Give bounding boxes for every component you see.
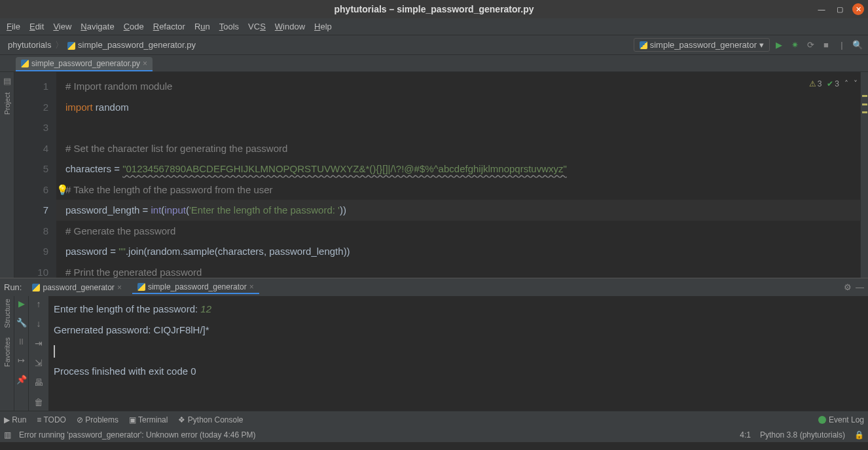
stop-icon[interactable]: ⏸	[17, 337, 26, 347]
left-gutter: ▤ Project	[0, 72, 14, 278]
tool-window-icon[interactable]: ▥	[4, 430, 11, 440]
menu-navigate[interactable]: Navigate	[77, 20, 118, 33]
structure-tool-label[interactable]: Structure	[3, 296, 11, 331]
menu-view[interactable]: View	[49, 20, 75, 33]
down-icon[interactable]: ↓	[37, 318, 41, 329]
chevron-down-icon: ▾	[759, 40, 764, 50]
run-side-toolbar: ▶ 🔧 ⏸ ↦ 📌	[14, 296, 29, 411]
rerun-icon[interactable]: ▶	[18, 299, 25, 309]
status-message: Error running 'password_generator': Unkn…	[19, 430, 255, 440]
todo-tool-button[interactable]: ≡ TODO	[37, 415, 66, 424]
debug-button[interactable]: ✷	[788, 39, 801, 52]
problems-tool-button[interactable]: ⊘ Problems	[77, 415, 118, 424]
chevron-down-icon[interactable]: ˅	[854, 76, 858, 92]
menu-help[interactable]: Help	[310, 20, 336, 33]
close-icon[interactable]: ✕	[852, 3, 864, 15]
stop-button[interactable]: ■	[820, 39, 833, 52]
breadcrumb-sep: 〉	[55, 39, 63, 51]
chevron-up-icon[interactable]: ˄	[844, 76, 848, 92]
python-icon	[137, 283, 145, 291]
checks-count[interactable]: 3	[827, 76, 839, 92]
project-tool-label[interactable]: Project	[3, 90, 11, 117]
menu-refactor[interactable]: Refactor	[149, 20, 189, 33]
breadcrumb-file[interactable]: simple_password_generator.py	[63, 39, 200, 51]
minimize-tool-icon[interactable]: —	[856, 282, 864, 292]
console-output[interactable]: Enter the length of the password: 12 Ger…	[48, 296, 868, 411]
left-gutter-2: Structure Favorites	[0, 296, 14, 411]
search-icon[interactable]: 🔍	[851, 39, 864, 52]
close-tab-icon[interactable]: ×	[143, 59, 147, 68]
editor-tabs: simple_password_generator.py ×	[0, 55, 868, 72]
print-icon[interactable]: 🖶	[34, 377, 43, 388]
run-tool-label: Run:	[4, 282, 22, 292]
interpreter[interactable]: Python 3.8 (phytutorials)	[760, 430, 845, 440]
run-tab[interactable]: password_generator ×	[27, 282, 126, 293]
nav-bar: phytutorials 〉 simple_password_generator…	[0, 35, 868, 55]
lock-icon[interactable]: 🔒	[854, 430, 864, 440]
terminal-tool-button[interactable]: ▣ Terminal	[129, 415, 168, 424]
line-gutter: 12345678910	[14, 72, 56, 278]
divider: |	[835, 39, 848, 52]
menu-bar: File Edit View Navigate Code Refactor Ru…	[0, 18, 868, 35]
python-icon	[67, 42, 75, 50]
gear-icon[interactable]: ⚙	[844, 282, 852, 292]
warnings-count[interactable]: 3	[809, 76, 822, 92]
run-tool-button[interactable]: ▶ Run	[4, 415, 26, 424]
wrap-icon[interactable]: ⇥	[35, 338, 43, 348]
menu-edit[interactable]: Edit	[26, 20, 48, 33]
close-tab-icon[interactable]: ×	[117, 283, 122, 292]
menu-tools[interactable]: Tools	[215, 20, 243, 33]
run-side-toolbar-2: ↑ ↓ ⇥ ⇲ 🖶 🗑	[29, 296, 48, 411]
window-title: phytutorials – simple_password_generator…	[0, 4, 868, 14]
up-icon[interactable]: ↑	[37, 299, 41, 309]
intention-bulb-icon[interactable]: 💡	[56, 179, 69, 200]
pin-icon[interactable]: 📌	[16, 375, 27, 384]
exit-icon[interactable]: ↦	[18, 356, 25, 366]
inspections-widget[interactable]: 3 3 ˄ ˅	[809, 76, 858, 92]
maximize-icon[interactable]: ▢	[834, 3, 846, 15]
scroll-icon[interactable]: ⇲	[35, 358, 43, 368]
code-editor[interactable]: 12345678910 3 3 ˄ ˅ # Import random modu…	[14, 72, 868, 278]
editor-scrollbar[interactable]	[860, 72, 868, 278]
menu-file[interactable]: File	[3, 20, 24, 33]
breadcrumb-root[interactable]: phytutorials	[4, 39, 55, 51]
favorites-tool-label[interactable]: Favorites	[3, 335, 11, 369]
settings-icon[interactable]: 🔧	[16, 318, 27, 328]
menu-vcs[interactable]: VCS	[244, 20, 270, 33]
python-console-button[interactable]: ❖ Python Console	[178, 415, 243, 424]
run-button[interactable]: ▶	[772, 39, 786, 52]
python-icon	[21, 60, 29, 67]
menu-run[interactable]: Run	[190, 20, 214, 33]
run-config-selector[interactable]: simple_password_generator ▾	[634, 38, 770, 52]
caret-position[interactable]: 4:1	[740, 430, 751, 440]
python-icon	[640, 41, 647, 49]
delete-icon[interactable]: 🗑	[34, 397, 43, 407]
run-tab-active[interactable]: simple_password_generator ×	[132, 281, 259, 294]
close-tab-icon[interactable]: ×	[249, 282, 254, 291]
menu-window[interactable]: Window	[271, 20, 309, 33]
title-bar: phytutorials – simple_password_generator…	[0, 0, 868, 18]
event-log-button[interactable]: Event Log	[818, 415, 864, 424]
python-icon	[32, 284, 40, 291]
menu-code[interactable]: Code	[120, 20, 148, 33]
caret	[54, 345, 55, 358]
bottom-tool-bar: ▶ Run ≡ TODO ⊘ Problems ▣ Terminal ❖ Pyt…	[0, 411, 868, 428]
coverage-button[interactable]: ⟳	[804, 39, 817, 52]
editor-tab[interactable]: simple_password_generator.py ×	[16, 57, 153, 71]
project-tool-icon[interactable]: ▤	[3, 76, 11, 86]
minimize-icon[interactable]: —	[816, 3, 827, 15]
status-bar: ▥ Error running 'password_generator': Un…	[0, 428, 868, 442]
